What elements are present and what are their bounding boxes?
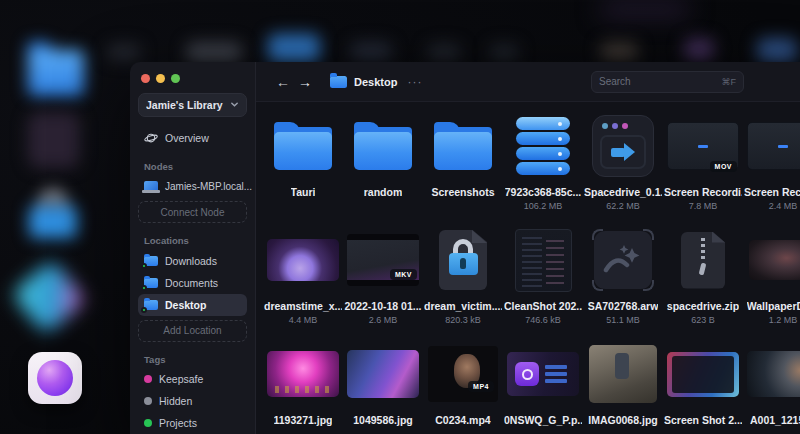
- file-item-screenshots[interactable]: Screenshots: [423, 112, 503, 212]
- spacedrive-orb-icon: [37, 360, 73, 396]
- file-name: A001_121507: [750, 414, 800, 427]
- image-thumbnail: [749, 240, 800, 280]
- format-badge: MKV: [390, 269, 417, 280]
- video-thumbnail: [747, 122, 800, 170]
- file-name: 7923c368-85c...: [505, 186, 581, 199]
- file-item-dreamstime[interactable]: dreamstime_x... 4.4 MB: [263, 226, 343, 326]
- folder-icon: [144, 256, 158, 266]
- file-item-wallpaper[interactable]: WallpaperDo... 1.2 MB: [743, 226, 800, 326]
- file-name: Screen Record...: [744, 186, 800, 199]
- photo-glyph-icon: [603, 244, 643, 276]
- connect-node-label: Connect Node: [161, 207, 225, 218]
- file-item-cleanshot[interactable]: CleanShot 202... 746.6 kB: [503, 226, 583, 326]
- file-name: Tauri: [291, 186, 316, 199]
- file-size: 2.4 MB: [769, 201, 798, 212]
- file-item-jpg-1193271[interactable]: 1193271.jpg: [263, 340, 343, 427]
- sidebar-item-downloads[interactable]: Downloads: [138, 250, 247, 272]
- file-name: 0NSWQ_G_P.p...: [504, 414, 582, 427]
- arrow-right-icon: [611, 143, 635, 161]
- file-name: dream_victim....: [424, 300, 502, 313]
- file-name: random: [364, 186, 403, 199]
- blurred-desktop-icon: [186, 42, 242, 62]
- image-thumbnail: [515, 229, 572, 292]
- archive-file-icon: [681, 232, 725, 289]
- tag-label: Projects: [159, 417, 197, 429]
- chevron-down-icon: [230, 100, 239, 109]
- grid-row: Tauri random Screenshots: [263, 112, 800, 212]
- sidebar-item-tag-keepsafe[interactable]: Keepsafe: [138, 369, 247, 391]
- file-item-a001[interactable]: A001_121507: [743, 340, 800, 427]
- sidebar-item-overview[interactable]: Overview: [138, 127, 247, 149]
- library-name: Jamie's Library: [146, 99, 230, 111]
- blurred-desktop-icon: [268, 34, 320, 62]
- blurred-desktop-icon: [350, 42, 392, 60]
- file-name: 1049586.jpg: [353, 414, 413, 427]
- file-item-mp4-video[interactable]: MP4 C0234.mp4: [423, 340, 503, 427]
- file-item-raw-image[interactable]: SA702768.arw 51.1 MB: [583, 226, 663, 326]
- blurred-desktop-icon: [107, 44, 141, 60]
- file-item-mkv-video[interactable]: MKV 2022-10-18 01... 2.6 MB: [343, 226, 423, 326]
- file-item-screenshot[interactable]: Screen Shot 2...: [663, 340, 743, 427]
- sidebar-item-tag-projects[interactable]: Projects: [138, 412, 247, 434]
- online-dot: [141, 285, 147, 291]
- file-item-random[interactable]: random: [343, 112, 423, 212]
- minimize-window-button[interactable]: [156, 74, 165, 83]
- file-item-encrypted[interactable]: dream_victim.... 820.3 kB: [423, 226, 503, 326]
- grid-row: 1193271.jpg 1049586.jpg MP4 C0234.mp4: [263, 340, 800, 427]
- library-selector[interactable]: Jamie's Library: [138, 93, 247, 117]
- file-name: WallpaperDo...: [747, 300, 800, 313]
- tag-color-dot: [144, 419, 152, 427]
- file-item-imag0068[interactable]: IMAG0068.jpg: [583, 340, 663, 427]
- tag-label: Keepsafe: [159, 373, 203, 385]
- file-name: Screenshots: [431, 186, 494, 199]
- sidebar-item-desktop[interactable]: Desktop: [138, 294, 247, 316]
- blurred-tag-icon: [11, 259, 87, 335]
- file-name: C0234.mp4: [435, 414, 490, 427]
- back-button[interactable]: ←: [272, 74, 294, 90]
- file-item-tauri[interactable]: Tauri: [263, 112, 343, 212]
- file-name: SA702768.arw: [588, 300, 659, 313]
- spacedrive-app-icon[interactable]: [28, 352, 82, 404]
- sidebar-item-tag-hidden[interactable]: Hidden: [138, 390, 247, 412]
- forward-button[interactable]: →: [294, 74, 316, 90]
- folder-icon: [330, 76, 347, 88]
- folder-icon: [144, 300, 158, 310]
- folder-icon: [144, 278, 158, 288]
- planet-icon: [144, 131, 158, 145]
- add-location-button[interactable]: Add Location: [138, 320, 247, 342]
- main-panel: ← → Desktop ··· ⌘F Tauri: [256, 62, 800, 434]
- close-window-button[interactable]: [141, 74, 150, 83]
- file-name: CleanShot 202...: [504, 300, 582, 313]
- spacedrive-logo-icon: [515, 362, 539, 386]
- zipper-icon: [701, 238, 705, 262]
- file-item-screen-recording-2[interactable]: Screen Record... 2.4 MB: [743, 112, 800, 212]
- file-size: 820.3 kB: [445, 315, 481, 326]
- add-location-label: Add Location: [163, 325, 221, 336]
- file-item-database[interactable]: 7923c368-85c... 106.2 MB: [503, 112, 583, 212]
- tag-color-dot: [144, 397, 152, 405]
- connect-node-button[interactable]: Connect Node: [138, 201, 247, 223]
- file-name: Screen Shot 2...: [664, 414, 742, 427]
- search-input[interactable]: [599, 76, 722, 87]
- online-dot: [141, 307, 147, 313]
- zoom-window-button[interactable]: [171, 74, 180, 83]
- sidebar-item-label: Overview: [165, 132, 209, 144]
- image-thumbnail: [267, 351, 339, 397]
- file-size: 746.6 kB: [525, 315, 561, 326]
- blurred-desktop-icon: [427, 44, 461, 60]
- node-name: Jamies-MBP.local...: [165, 181, 252, 192]
- file-item-0nswq[interactable]: 0NSWQ_G_P.p...: [503, 340, 583, 427]
- file-item-screen-recording-1[interactable]: MOV Screen Recordi... 7.8 MB: [663, 112, 743, 212]
- file-item-spacedrive-app[interactable]: Spacedrive_0.1... 62.2 MB: [583, 112, 663, 212]
- more-options-button[interactable]: ···: [407, 75, 422, 89]
- file-item-jpg-1049586[interactable]: 1049586.jpg: [343, 340, 423, 427]
- blurred-box-icon: [28, 112, 80, 168]
- file-item-zip[interactable]: spacedrive.zip 623 B: [663, 226, 743, 326]
- topbar: ← → Desktop ··· ⌘F: [256, 62, 800, 102]
- sidebar-item-documents[interactable]: Documents: [138, 272, 247, 294]
- file-size: 62.2 MB: [606, 201, 640, 212]
- window-controls: [141, 74, 247, 83]
- folder-icon: [434, 122, 492, 170]
- search-box[interactable]: ⌘F: [591, 71, 744, 93]
- sidebar-item-node[interactable]: Jamies-MBP.local...: [138, 176, 247, 198]
